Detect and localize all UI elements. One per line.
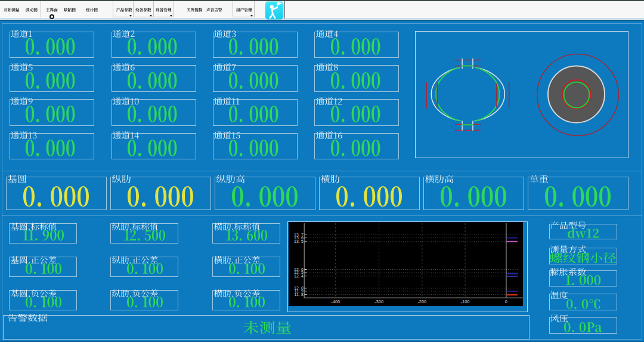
svg-text:-200: -200 [417, 299, 426, 304]
svg-text:12. 4: 12. 4 [294, 274, 304, 278]
svg-text:-400: -400 [331, 299, 340, 304]
svg-text:11. 8: 11. 8 [294, 292, 304, 297]
svg-text:13. 5: 13. 5 [294, 239, 304, 244]
svg-text:-300: -300 [374, 299, 383, 304]
svg-text:-100: -100 [460, 299, 469, 304]
svg-text:0: 0 [505, 299, 507, 304]
